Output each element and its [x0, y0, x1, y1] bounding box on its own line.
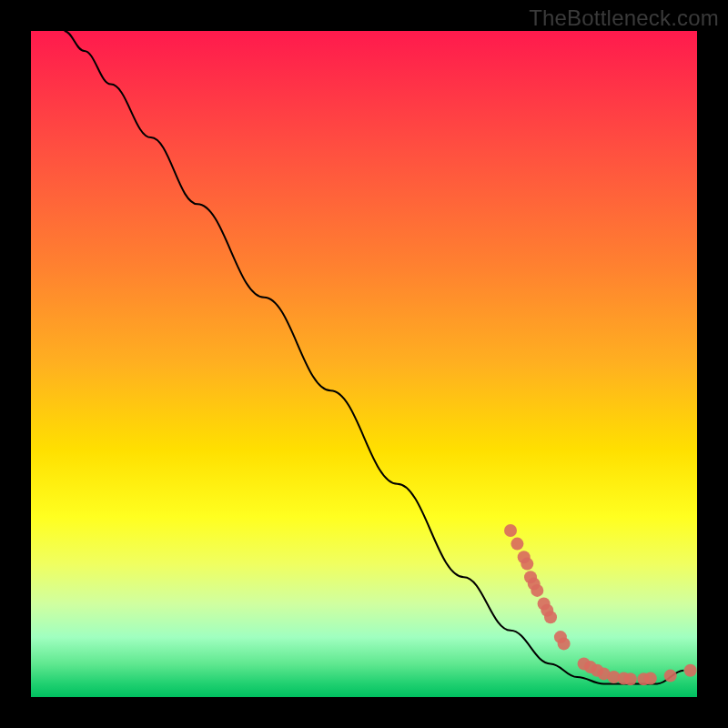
- data-point: [544, 611, 557, 623]
- data-point: [644, 672, 657, 685]
- data-point: [624, 672, 637, 685]
- data-point: [664, 670, 677, 682]
- data-point: [531, 584, 543, 597]
- curve-layer: [65, 31, 684, 683]
- watermark-text: TheBottleneck.com: [529, 5, 719, 31]
- bottleneck-curve: [65, 31, 684, 683]
- data-point: [521, 558, 533, 571]
- plot-area: [31, 31, 697, 697]
- data-point: [684, 664, 697, 677]
- data-point: [511, 538, 523, 551]
- points-layer: [504, 524, 697, 685]
- data-point: [504, 524, 517, 537]
- chart-svg: [31, 31, 697, 697]
- data-point: [558, 637, 571, 650]
- chart-frame: TheBottleneck.com: [0, 0, 728, 728]
